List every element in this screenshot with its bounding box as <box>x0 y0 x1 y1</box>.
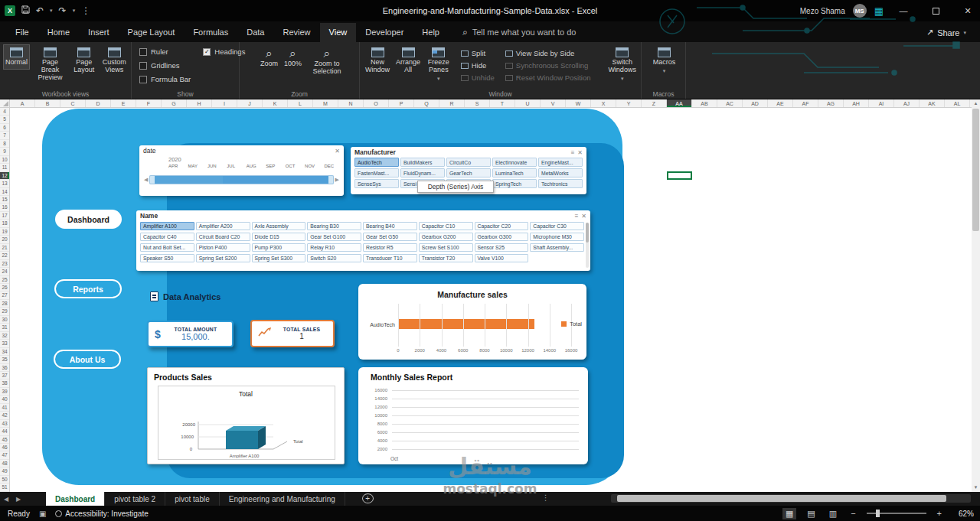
row-header-41[interactable]: 41 <box>0 404 9 412</box>
zoom-button[interactable]: ⌕Zoom <box>258 44 280 71</box>
menu-tab-file[interactable]: File <box>6 23 38 42</box>
select-all-corner[interactable] <box>0 99 10 108</box>
tab-scroll-right-icon[interactable]: ▶ <box>12 492 24 506</box>
slicer-item-gearbox-g200[interactable]: Gearbox G200 <box>419 233 473 241</box>
menu-tab-review[interactable]: Review <box>273 23 319 42</box>
avatar[interactable]: MS <box>853 4 867 18</box>
slicer-item-fluiddynam[interactable]: FluidDynam... <box>400 168 445 177</box>
slicer-item-pump-p300[interactable]: Pump P300 <box>252 243 306 252</box>
slicer-item-shaft-assembly[interactable]: Shaft Assembly... <box>530 243 584 252</box>
column-header-t[interactable]: T <box>490 99 515 107</box>
slicer-item-electinnovate[interactable]: ElectInnovate <box>492 158 537 167</box>
slicer-item-screw-set-s100[interactable]: Screw Set S100 <box>419 243 473 252</box>
slicer-item-capacitor-c30[interactable]: Capacitor C30 <box>530 222 584 230</box>
page-layout-view-button[interactable]: Page Layout <box>70 44 98 77</box>
split-button[interactable]: Split <box>461 49 495 57</box>
slicer-item-gear-set-g100[interactable]: Gear Set G100 <box>307 233 361 241</box>
apps-grid-icon[interactable]: ▦ <box>874 5 884 17</box>
column-header-ae[interactable]: AE <box>768 99 793 107</box>
row-header-34[interactable]: 34 <box>0 348 9 356</box>
slicer-item-capacitor-c10[interactable]: Capacitor C10 <box>419 222 473 230</box>
page-break-view-toggle[interactable]: ▥ <box>826 508 840 519</box>
maximize-button[interactable] <box>923 0 948 21</box>
slicer-item-circuitco[interactable]: CircuitCo <box>446 158 491 167</box>
slicer-item-speaker-s50[interactable]: Speaker S50 <box>140 254 194 262</box>
row-header-48[interactable]: 48 <box>0 460 9 467</box>
clear-filter-icon[interactable]: ✕ <box>581 213 586 220</box>
column-header-s[interactable]: S <box>465 99 490 107</box>
column-header-ab[interactable]: AB <box>692 99 717 107</box>
vertical-scrollbar[interactable]: ▲ ▼ <box>972 99 980 492</box>
multi-select-icon[interactable]: ≡ <box>575 213 579 220</box>
slicer-item-switch-s20[interactable]: Switch S20 <box>307 254 361 262</box>
tell-me-box[interactable]: ⌕ Tell me what you want to do <box>462 27 576 42</box>
undo-caret-icon[interactable]: ▾ <box>50 8 53 14</box>
accessibility-checker[interactable]: Accessibility: Investigate <box>55 510 148 518</box>
month-label-nov[interactable]: NOV <box>305 164 324 168</box>
date-timeline-slicer[interactable]: date ✕ 2020 APRMAYJUNJULAUGSEPOCTNOVDEC … <box>139 145 344 196</box>
excel-app-icon[interactable]: X <box>5 5 15 16</box>
slicer-item-enginemast[interactable]: EngineMast... <box>538 158 583 167</box>
column-header-l[interactable]: L <box>288 99 313 107</box>
column-header-o[interactable]: O <box>364 99 389 107</box>
share-button[interactable]: ↗ Share ▾ <box>920 26 972 39</box>
column-header-z[interactable]: Z <box>642 99 667 107</box>
column-header-n[interactable]: N <box>338 99 364 107</box>
column-header-x[interactable]: X <box>591 99 616 107</box>
slicer-item-audiotech[interactable]: AudioTech <box>354 158 399 167</box>
row-header-10[interactable]: 10 <box>0 156 9 164</box>
add-sheet-button[interactable]: + <box>362 493 374 503</box>
row-header-36[interactable]: 36 <box>0 364 9 372</box>
total-amount-card[interactable]: $ TOTAL AMOUNT 15,000. <box>147 321 234 347</box>
timeline-scroll-right-icon[interactable]: ▶ <box>335 177 339 183</box>
row-header-19[interactable]: 19 <box>0 228 9 236</box>
undo-icon[interactable]: ↶ <box>36 5 44 16</box>
row-header-4[interactable]: 4 <box>0 108 9 116</box>
menu-tab-developer[interactable]: Developer <box>356 23 413 42</box>
redo-icon[interactable]: ↷ <box>59 5 67 16</box>
row-header-5[interactable]: 5 <box>0 116 9 123</box>
column-header-r[interactable]: R <box>439 99 465 107</box>
page-layout-view-toggle[interactable]: ▤ <box>804 508 818 519</box>
sheet-tab-dashboard[interactable]: Dashboard <box>46 492 105 506</box>
slicer-item-gearbox-g300[interactable]: Gearbox G300 <box>475 233 529 241</box>
slicer-item-bearing-b30[interactable]: Bearing B30 <box>307 222 361 230</box>
row-header-31[interactable]: 31 <box>0 324 9 331</box>
row-header-39[interactable]: 39 <box>0 388 9 396</box>
macro-record-icon[interactable]: ▣ <box>39 510 46 518</box>
timeline-selection-bar[interactable] <box>149 175 333 184</box>
row-header-51[interactable]: 51 <box>0 484 9 491</box>
scroll-up-icon[interactable]: ▲ <box>972 99 980 108</box>
slicer-item-spring-set-s300[interactable]: Spring Set S300 <box>252 254 306 262</box>
column-header-ai[interactable]: AI <box>869 99 894 107</box>
column-header-ac[interactable]: AC <box>717 99 743 107</box>
monthly-sales-chart[interactable]: Monthly Sales Report Oct 160001400012000… <box>358 367 588 464</box>
zoom-slider-handle[interactable] <box>876 510 880 517</box>
column-header-aj[interactable]: AJ <box>894 99 920 107</box>
custom-views-button[interactable]: Custom Views <box>100 44 129 77</box>
column-header-e[interactable]: E <box>111 99 136 107</box>
column-header-p[interactable]: P <box>389 99 414 107</box>
hide-button[interactable]: Hide <box>461 61 495 70</box>
column-header-g[interactable]: G <box>162 99 187 107</box>
selected-cell[interactable] <box>667 171 692 180</box>
row-header-49[interactable]: 49 <box>0 467 9 475</box>
slicer-item-buildmakers[interactable]: BuildMakers <box>400 158 445 167</box>
new-window-button[interactable]: New Window <box>363 44 392 77</box>
slicer-item-capacitor-c20[interactable]: Capacitor C20 <box>475 222 529 230</box>
month-label-jun[interactable]: JUN <box>207 164 227 168</box>
row-header-17[interactable]: 17 <box>0 212 9 220</box>
slicer-item-sensesys[interactable]: SenseSys <box>354 179 399 188</box>
month-label-aug[interactable]: AUG <box>247 164 266 168</box>
column-header-v[interactable]: V <box>541 99 566 107</box>
month-label-dec[interactable]: DEC <box>325 164 344 168</box>
nav-button-about-us[interactable]: About Us <box>54 350 121 369</box>
row-header-24[interactable]: 24 <box>0 268 9 275</box>
row-header-30[interactable]: 30 <box>0 316 9 324</box>
zoom-out-button[interactable]: − <box>848 508 858 519</box>
month-label-may[interactable]: MAY <box>188 164 207 168</box>
row-header-7[interactable]: 7 <box>0 132 9 139</box>
nav-button-dashboard[interactable]: Dashboard <box>55 210 122 229</box>
row-header-29[interactable]: 29 <box>0 308 9 315</box>
zoom-in-button[interactable]: + <box>934 508 945 519</box>
